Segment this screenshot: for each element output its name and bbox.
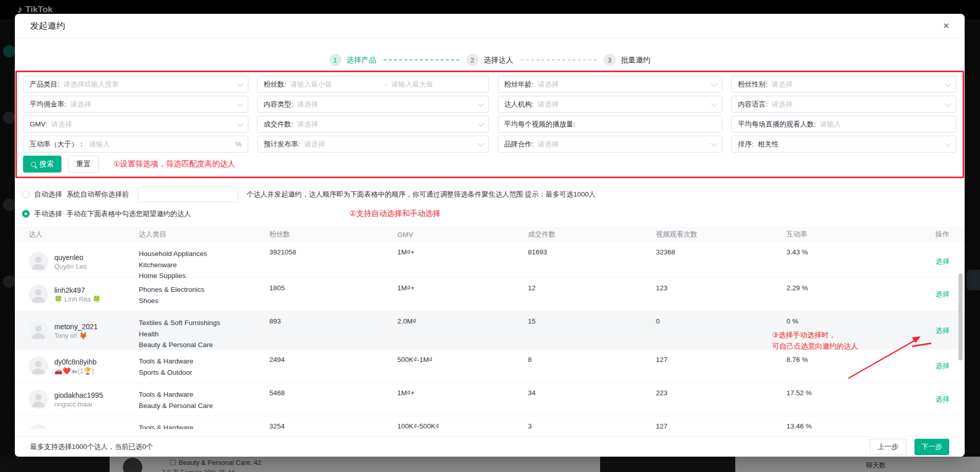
filter-label: 达人机构: [504, 100, 534, 109]
filter-placeholder: 请选择 [51, 120, 233, 129]
engagement-rate: 0 % [780, 311, 903, 325]
chevron-down-icon [237, 80, 243, 87]
filter-grid: 产品类目: 请选择或输入搜索 粉丝数: - 粉丝年龄: 请选择 粉丝性别: [23, 76, 956, 153]
invite-modal: 发起邀约 × 1 选择产品 2 选择达人 3 批量邀约 产品类目: [15, 14, 965, 457]
creator-handle: dy0fc8n8yihb [54, 358, 97, 366]
percent-suffix: % [236, 140, 242, 148]
avg-video-views-input[interactable] [579, 120, 716, 128]
chevron-down-icon [237, 120, 243, 127]
creator-categories: Phones & Electronics Shoes [133, 278, 263, 306]
chevron-down-icon [711, 80, 718, 87]
fans-count: 5468 [263, 383, 391, 397]
avg-live-viewers-input[interactable] [820, 120, 950, 128]
filter-avg-commission[interactable]: 平均佣金率: 请选择 [23, 96, 248, 113]
auto-select-text-before: 系统自动帮你选择前 [67, 190, 129, 199]
scrollbar[interactable] [958, 273, 963, 360]
filter-fans-age[interactable]: 粉丝年龄: 请选择 [498, 76, 723, 93]
filter-gmv[interactable]: GMV: 请选择 [23, 116, 248, 133]
engagement-rate: 3.43 % [780, 242, 903, 256]
close-icon[interactable]: × [943, 19, 949, 32]
reset-button[interactable]: 重置 [68, 156, 99, 173]
auto-select-text-after: 个达人并发起邀约，达人顺序即为下面表格中的顺序，你可通过调整筛选条件聚焦达人范围… [247, 190, 596, 199]
filter-est-publish-rate[interactable]: 预计发布率: 请选择 [257, 136, 489, 153]
step-batch-invite: 3 批量邀约 [604, 54, 651, 66]
chevron-down-icon [945, 140, 952, 147]
auto-select-row: 自动选择 系统自动帮你选择前 个达人并发起邀约，达人顺序即为下面表格中的顺序，你… [22, 186, 957, 202]
step-number: 1 [329, 54, 342, 66]
filter-avg-live-viewers[interactable]: 平均每场直播的观看人数: [731, 116, 956, 133]
filter-engagement-rate[interactable]: 互动率（大于）： % [23, 136, 248, 153]
filter-label: 平均每个视频的播放量: [504, 120, 576, 129]
filter-product-category[interactable]: 产品类目: 请选择或输入搜索 [23, 76, 248, 93]
step-select-product: 1 选择产品 [329, 54, 376, 66]
sort-value: 相关性 [758, 140, 941, 149]
page: ♪ TikTok Beauty & Personal Care, 42 7.8 … [0, 0, 980, 472]
filter-avg-video-views[interactable]: 平均每个视频的播放量: [498, 116, 723, 133]
filter-label: 粉丝性别: [738, 80, 768, 89]
deal-count: 3 [522, 416, 650, 429]
select-link[interactable]: 选择 [935, 290, 949, 298]
filter-label: 互动率（大于）： [30, 140, 85, 149]
creator-handle: metony_2021 [54, 323, 98, 331]
col-rate: 互动率 [780, 230, 903, 239]
gmv-value: 100K₫-500K₫ [391, 416, 522, 429]
creator-nickname: nngocc maai [54, 400, 103, 408]
prev-step-button[interactable]: 上一步 [870, 439, 906, 455]
creator-handle: giodakhac1995 [54, 391, 103, 399]
chevron-down-icon [945, 100, 952, 107]
video-views: 223 [650, 383, 780, 397]
creator-nickname: 🚗❤️🏍(1🏆) [54, 367, 97, 375]
annotation-2: ②支持自动选择和手动选择 [349, 209, 440, 219]
col-gmv: GMV [391, 231, 522, 239]
deal-count: 34 [522, 383, 650, 397]
engagement-rate: 2.29 % [780, 278, 903, 292]
creator-nickname: Tony oi! 🦊 [54, 332, 98, 339]
select-link[interactable]: 选择 [935, 327, 949, 334]
filter-label: GMV: [30, 120, 47, 128]
filter-placeholder: 请选择 [538, 140, 707, 149]
step-label: 批量邀约 [621, 55, 651, 65]
fans-count: 2494 [263, 350, 391, 363]
auto-select-label: 自动选择 [34, 190, 62, 199]
annotation-1: ①设置筛选项，筛选匹配度高的达人 [113, 159, 235, 169]
auto-select-radio[interactable] [22, 190, 30, 198]
filter-content-type[interactable]: 内容类型: 请选择 [257, 96, 489, 113]
filter-fans-gender[interactable]: 粉丝性别: 请选择 [731, 76, 956, 93]
filter-fans-count[interactable]: 粉丝数: - [257, 76, 489, 93]
table-row: Tools & Hardware 3254 100K₫-500K₫ 3 127 … [15, 416, 965, 429]
deal-count: 8 [522, 350, 650, 363]
filter-placeholder: 请选择 [304, 140, 474, 149]
auto-count-input[interactable] [138, 186, 238, 202]
filter-sort[interactable]: 排序: 相关性 [731, 136, 956, 153]
filter-creator-agency[interactable]: 达人机构: 请选择 [498, 96, 723, 113]
stepper: 1 选择产品 2 选择达人 3 批量邀约 [15, 54, 965, 66]
next-step-button[interactable]: 下一步 [914, 439, 950, 455]
chevron-down-icon [711, 140, 718, 147]
filter-content-language[interactable]: 内容语言: 请选择 [731, 96, 956, 113]
step-number: 2 [466, 54, 479, 66]
select-link[interactable]: 选择 [935, 258, 949, 265]
selection-zone: 自动选择 系统自动帮你选择前 个达人并发起邀约，达人顺序即为下面表格中的顺序，你… [22, 186, 957, 219]
filter-deal-count[interactable]: 成交件数: 请选择 [257, 116, 489, 133]
select-link[interactable]: 选择 [935, 395, 949, 403]
engagement-rate-input[interactable] [89, 140, 231, 148]
filter-zone: 产品类目: 请选择或输入搜索 粉丝数: - 粉丝年龄: 请选择 粉丝性别: [15, 71, 964, 178]
gmv-value: 1M₫+ [391, 383, 522, 397]
creator-handle: quyenleo [54, 253, 87, 262]
deal-count: 81693 [522, 242, 650, 256]
fans-count: 3921058 [263, 242, 391, 256]
filter-brand-coop[interactable]: 品牌合作: 请选择 [498, 136, 723, 153]
video-views: 32368 [650, 242, 780, 256]
fans-min-input[interactable] [290, 80, 381, 88]
chevron-down-icon [477, 140, 484, 147]
table-row: giodakhac1995 nngocc maai Tools & Hardwa… [15, 383, 965, 416]
search-button[interactable]: 搜索 [23, 156, 61, 173]
select-link[interactable]: 选择 [935, 362, 949, 370]
annotation-3-line2: 可自己点选意向邀约的达人 [772, 340, 858, 352]
col-fans: 粉丝数 [263, 230, 391, 239]
filter-label: 粉丝年龄: [504, 80, 534, 89]
video-views: 0 [650, 311, 780, 325]
fans-max-input[interactable] [392, 80, 482, 88]
gmv-value: 2.0M₫ [391, 311, 522, 325]
manual-select-radio[interactable] [22, 210, 30, 218]
